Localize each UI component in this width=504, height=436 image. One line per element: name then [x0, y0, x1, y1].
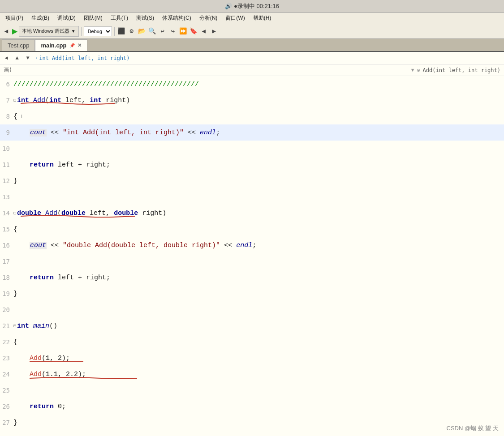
tab-test-cpp-label: Test.cpp	[8, 42, 29, 49]
collapse-arrow-14[interactable]: ⊟	[13, 210, 16, 216]
semi-9: ;	[216, 129, 220, 137]
kw-return-11: return	[30, 161, 54, 169]
toolbar-icon-8[interactable]: ⏩	[179, 27, 188, 36]
nav-back-button[interactable]: ◀	[2, 54, 11, 63]
breadcrumb-function: Add(int left, int right)	[423, 67, 500, 73]
cursor-8: I	[21, 114, 22, 119]
indent-18	[13, 274, 30, 282]
line-content-21[interactable]: ⊟ int main ()	[13, 322, 504, 330]
breadcrumb-left: 画)	[4, 66, 12, 74]
code-line-21: 21 ⊟ int main ()	[0, 318, 504, 334]
toolbar-icon-1[interactable]: ◀	[2, 27, 11, 36]
nav-down-button[interactable]: ▼	[23, 54, 32, 63]
line-content-22[interactable]: {	[13, 338, 504, 346]
brace-close-12: }	[13, 177, 17, 185]
menu-project[interactable]: 项目(P)	[2, 13, 27, 23]
toolbar-icon-11[interactable]: ▶	[210, 27, 219, 36]
toolbar-icon-7[interactable]: ↪	[168, 27, 177, 36]
line-number-19: 19	[0, 290, 13, 297]
line-content-27[interactable]: }	[13, 419, 504, 427]
toolbar-icon-3[interactable]: ⚙	[127, 27, 136, 36]
menu-team[interactable]: 团队(M)	[80, 13, 106, 23]
kw-endl-16: endl	[236, 242, 252, 249]
fn-Add-7: Add	[33, 97, 45, 104]
code-line-6: 6 //////////////////////////////////////…	[0, 76, 504, 92]
tab-main-cpp-label: main.cpp	[41, 42, 66, 49]
menu-debug[interactable]: 调试(D)	[54, 13, 79, 23]
paren-7: (	[45, 97, 49, 104]
space-14b: left,	[86, 209, 114, 217]
menu-window[interactable]: 窗口(W)	[222, 13, 248, 23]
line-content-16[interactable]: cout << "double Add(double left, double …	[13, 242, 504, 249]
line-content-15[interactable]: {	[13, 226, 504, 233]
kw-cout-9: cout	[30, 129, 47, 137]
line-content-11[interactable]: return left + right;	[13, 161, 504, 169]
collapse-arrow-7[interactable]: ⊟	[13, 98, 16, 103]
local-debugger-label: 本地 Windows 调试器	[22, 28, 69, 34]
play-button[interactable]: ▶	[12, 27, 17, 35]
title-bar: 🔊 ●录制中 00:21:16	[0, 0, 504, 13]
code-line-12: 12 }	[0, 173, 504, 189]
line-content-9[interactable]: cout << "int Add(int left, int right)" <…	[13, 129, 504, 137]
line-content-23[interactable]: Add (1, 2);	[13, 355, 504, 362]
code-line-23: 23 Add (1, 2);	[0, 350, 504, 366]
config-select[interactable]: Debug	[84, 26, 112, 36]
toolbar-icon-10[interactable]: ◀	[199, 27, 208, 36]
line-content-8[interactable]: { I	[13, 113, 504, 120]
tab-bar: Test.cpp main.cpp 📌 ✕	[0, 38, 504, 52]
tab-main-cpp[interactable]: main.cpp 📌 ✕	[35, 39, 87, 51]
tab-close-button[interactable]: ✕	[78, 43, 82, 48]
line-number-12: 12	[0, 177, 13, 184]
kw-endl-9: endl	[200, 129, 216, 137]
menu-test[interactable]: 测试(S)	[133, 13, 158, 23]
line-content-26[interactable]: return 0;	[13, 403, 504, 410]
toolbar-icon-4[interactable]: 📂	[138, 27, 146, 36]
op2-16: <<	[220, 242, 236, 249]
code-line-10: 10	[0, 141, 504, 157]
brace-close-19: }	[13, 290, 17, 298]
recording-indicator: 🔊 ●录制中 00:21:16	[225, 2, 279, 10]
return-expr-11: left + right;	[54, 161, 110, 169]
space-14a	[41, 209, 45, 217]
line-number-22: 22	[0, 338, 13, 346]
menu-analyze[interactable]: 分析(N)	[196, 13, 221, 23]
code-line-15: 15 {	[0, 221, 504, 237]
nav-bar: ◀ ▲ ▼ → int Add(int left, int right)	[0, 52, 504, 64]
toolbar-sep-1	[81, 27, 82, 36]
menu-arch[interactable]: 体系结构(C)	[159, 13, 195, 23]
nav-up-button[interactable]: ▲	[13, 54, 22, 63]
line-content-12[interactable]: }	[13, 177, 504, 185]
toolbar-icon-9[interactable]: 🔖	[189, 27, 198, 36]
brace-open-22: {	[13, 338, 17, 346]
menu-help[interactable]: 帮助(H)	[250, 13, 275, 23]
brace-close-27: }	[13, 419, 17, 427]
call-23: (1, 2);	[42, 355, 70, 362]
paren-14: (	[57, 209, 61, 217]
line-content-18[interactable]: return left + right;	[13, 274, 504, 282]
collapse-arrow-21[interactable]: ⊟	[13, 323, 16, 329]
indent-24	[13, 371, 30, 378]
menu-build[interactable]: 生成(B)	[28, 13, 53, 23]
local-debugger-button[interactable]: 本地 Windows 调试器 ▼	[19, 26, 79, 37]
indent-26	[13, 403, 30, 410]
line-content-7[interactable]: ⊟ int Add ( int left, int right)	[13, 97, 504, 104]
breadcrumb-dropdown-icon[interactable]: ▼	[411, 67, 414, 73]
menu-tools[interactable]: 工具(T)	[107, 13, 132, 23]
tab-test-cpp[interactable]: Test.cpp	[2, 39, 35, 51]
op2-9: <<	[184, 129, 200, 137]
toolbar-icon-6[interactable]: ↩	[158, 27, 167, 36]
toolbar-icon-5[interactable]: 🔍	[148, 27, 157, 36]
space-7a	[29, 97, 33, 104]
line-content-6[interactable]: ////////////////////////////////////////…	[13, 81, 504, 88]
line-number-8: 8	[0, 113, 13, 120]
line-number-14: 14	[0, 209, 13, 217]
line-number-23: 23	[0, 355, 13, 362]
line-content-14[interactable]: ⊟ double Add ( double left, double right…	[13, 209, 504, 217]
kw-double-param1-14: double	[61, 209, 86, 217]
op-16: <<	[47, 242, 63, 249]
line-content-19[interactable]: }	[13, 290, 504, 298]
toolbar-icon-2[interactable]: ⬛	[117, 27, 126, 36]
kw-double-14: double	[17, 209, 41, 217]
line-content-24[interactable]: Add (1.1, 2.2);	[13, 371, 504, 378]
speaker-icon: 🔊	[225, 3, 232, 9]
